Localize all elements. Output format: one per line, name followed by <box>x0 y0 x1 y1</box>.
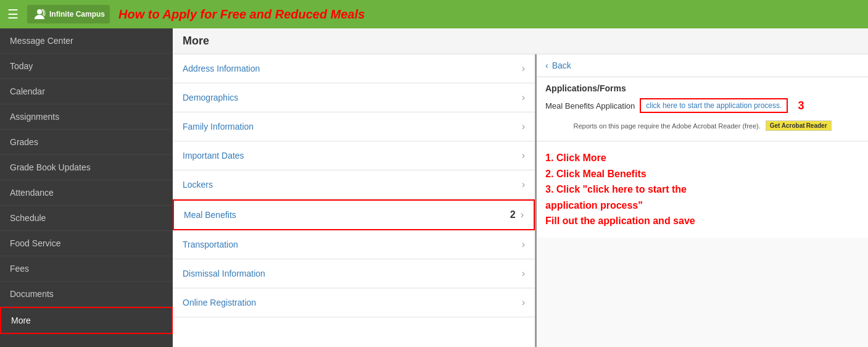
list-item-label-transportation: Transportation <box>183 240 238 249</box>
instructions-panel: 1. Click More 2. Click Meal Benefits 3. … <box>537 141 868 238</box>
list-panel: Address Information›Demographics›Family … <box>173 54 537 347</box>
chevron-right-icon: › <box>522 239 525 250</box>
step-3-badge: 3 <box>798 99 804 112</box>
list-item-meal-benefits[interactable]: Meal Benefits2› <box>173 199 535 230</box>
list-item-online-registration[interactable]: Online Registration› <box>173 288 535 317</box>
back-button[interactable]: ‹ Back <box>537 54 868 77</box>
chevron-right-icon: › <box>522 297 525 308</box>
chevron-right-icon: › <box>522 268 525 279</box>
list-item-label-lockers: Lockers <box>183 180 213 190</box>
back-label: Back <box>552 61 571 70</box>
list-item-transportation[interactable]: Transportation› <box>173 230 535 259</box>
logo: Infinite Campus <box>27 5 110 23</box>
sidebar: Message CenterTodayCalendarAssignmentsGr… <box>0 28 173 347</box>
list-item-demographics[interactable]: Demographics› <box>173 83 535 112</box>
sidebar-item-schedule[interactable]: Schedule <box>0 206 173 231</box>
list-item-family-information[interactable]: Family Information› <box>173 112 535 141</box>
instruction-step4: Fill out the application and save <box>545 213 859 229</box>
instruction-step3: 3. Click "click here to start the <box>545 182 859 198</box>
adobe-badge-label: Get Acrobat <box>770 122 805 129</box>
main-layout: Message CenterTodayCalendarAssignmentsGr… <box>0 28 868 347</box>
sidebar-item-documents[interactable]: Documents <box>0 282 173 307</box>
svg-point-0 <box>37 9 42 14</box>
chevron-right-icon: › <box>522 92 525 103</box>
page-title: How to Apply for Free and Reduced Meals <box>118 7 365 22</box>
list-item-important-dates[interactable]: Important Dates› <box>173 141 535 170</box>
campus-logo-icon <box>32 7 47 22</box>
list-item-label-meal-benefits: Meal Benefits <box>184 210 236 220</box>
list-item-label-online-registration: Online Registration <box>183 298 256 307</box>
content-header: More <box>173 28 868 54</box>
instruction-step2: 2. Click Meal Benefits <box>545 166 859 182</box>
list-item-label-address-information: Address Information <box>183 64 260 73</box>
chevron-right-icon: › <box>521 209 524 220</box>
list-item-address-information[interactable]: Address Information› <box>173 54 535 83</box>
hamburger-icon[interactable]: ☰ <box>7 7 19 22</box>
meal-benefits-row: Meal Benefits Application click here to … <box>545 98 859 113</box>
topbar: ☰ Infinite Campus How to Apply for Free … <box>0 0 868 28</box>
sidebar-item-grade-book-updates[interactable]: Grade Book Updates <box>0 155 173 180</box>
chevron-right-icon: › <box>522 121 525 132</box>
sidebar-item-assignments[interactable]: Assignments <box>0 104 173 130</box>
detail-panel: ‹ Back Applications/Forms Meal Benefits … <box>537 54 868 347</box>
sidebar-item-food-service[interactable]: Food Service <box>0 231 173 256</box>
section-title: Applications/Forms <box>545 83 859 93</box>
content-area: More Address Information›Demographics›Fa… <box>173 28 868 347</box>
back-chevron-icon: ‹ <box>545 61 548 70</box>
adobe-notice: Reports on this page require the Adobe A… <box>545 117 859 135</box>
chevron-right-icon: › <box>522 63 525 74</box>
sidebar-item-today[interactable]: Today <box>0 54 173 79</box>
list-item-label-dismissal-information: Dismissal Information <box>183 269 265 278</box>
list-item-label-demographics: Demographics <box>183 93 238 102</box>
sidebar-item-message-center[interactable]: Message Center <box>0 28 173 54</box>
sidebar-item-fees[interactable]: Fees <box>0 256 173 282</box>
applications-section: Applications/Forms Meal Benefits Applica… <box>537 77 868 141</box>
logo-text: Infinite Campus <box>49 10 105 19</box>
list-item-label-family-information: Family Information <box>183 122 254 132</box>
sidebar-item-more[interactable]: More <box>0 307 173 334</box>
instruction-step1: 1. Click More <box>545 150 859 166</box>
list-item-label-important-dates: Important Dates <box>183 151 244 161</box>
meal-benefits-label: Meal Benefits Application <box>545 101 635 111</box>
content-body: Address Information›Demographics›Family … <box>173 54 868 347</box>
adobe-notice-text: Reports on this page require the Adobe A… <box>573 122 760 130</box>
step-label-meal-benefits: 2 <box>510 209 516 220</box>
chevron-right-icon: › <box>522 150 525 161</box>
instruction-step3b: application process" <box>545 198 859 214</box>
list-item-lockers[interactable]: Lockers› <box>173 170 535 199</box>
sidebar-item-attendance[interactable]: Attendance <box>0 180 173 206</box>
sidebar-item-calendar[interactable]: Calendar <box>0 79 173 104</box>
start-application-link[interactable]: click here to start the application proc… <box>640 98 788 113</box>
chevron-right-icon: › <box>522 179 525 190</box>
list-item-dismissal-information[interactable]: Dismissal Information› <box>173 259 535 288</box>
adobe-badge-reader: Reader <box>806 122 827 129</box>
sidebar-item-grades[interactable]: Grades <box>0 130 173 155</box>
adobe-badge: Get Acrobat Reader <box>766 120 832 131</box>
